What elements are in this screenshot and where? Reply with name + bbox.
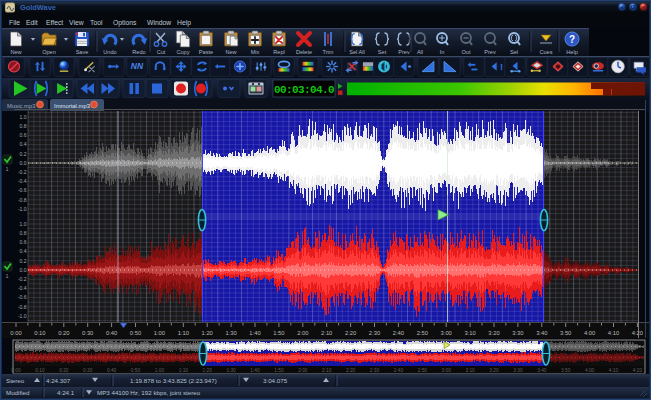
svg-text:1.0: 1.0	[20, 221, 27, 227]
svg-text:1:10: 1:10	[179, 368, 189, 373]
svg-text:-0.4: -0.4	[18, 285, 27, 291]
svg-text:0:50: 0:50	[130, 330, 141, 336]
svg-text:2:00: 2:00	[298, 368, 308, 373]
svg-text:0:10: 0:10	[35, 368, 45, 373]
svg-text:Open: Open	[42, 49, 56, 55]
svg-text:Out: Out	[461, 49, 470, 55]
svg-text:0:20: 0:20	[59, 368, 69, 373]
svg-text:2:50: 2:50	[418, 368, 428, 373]
svg-text:2:30: 2:30	[370, 368, 380, 373]
svg-text:Set: Set	[378, 49, 387, 55]
svg-text:-1.0: -1.0	[18, 313, 27, 319]
svg-text:Repl: Repl	[273, 49, 285, 55]
svg-text:1:40: 1:40	[250, 368, 260, 373]
svg-text:0:00: 0:00	[10, 330, 21, 336]
svg-text:Stereo: Stereo	[6, 377, 25, 384]
svg-text:In: In	[440, 49, 445, 55]
svg-text:4:20: 4:20	[633, 368, 643, 373]
svg-text:Copy: Copy	[176, 49, 189, 55]
svg-text:2:00: 2:00	[297, 330, 308, 336]
svg-text:3:50: 3:50	[560, 330, 571, 336]
svg-text:3:10: 3:10	[465, 368, 475, 373]
svg-text:3:00: 3:00	[442, 368, 452, 373]
svg-text:3:40: 3:40	[537, 368, 547, 373]
svg-text:Window: Window	[147, 19, 171, 26]
svg-text:All: All	[417, 49, 423, 55]
svg-text:4:10: 4:10	[608, 330, 619, 336]
svg-text:1:30: 1:30	[225, 330, 236, 336]
svg-text:Edit: Edit	[26, 19, 38, 26]
svg-text:2:10: 2:10	[322, 368, 332, 373]
svg-text:3:50: 3:50	[561, 368, 571, 373]
svg-text:1: 1	[5, 166, 8, 172]
svg-text:1:40: 1:40	[249, 330, 260, 336]
svg-text:-0.2: -0.2	[18, 169, 27, 175]
svg-text:GoldWave: GoldWave	[20, 3, 56, 12]
svg-text:0:30: 0:30	[82, 330, 93, 336]
svg-text:!: !	[500, 62, 503, 72]
svg-text:0.6: 0.6	[20, 132, 27, 138]
svg-text:0.4: 0.4	[20, 248, 27, 254]
svg-text:1:00: 1:00	[155, 368, 165, 373]
svg-text:0:30: 0:30	[83, 368, 93, 373]
svg-text:Prev: Prev	[484, 49, 496, 55]
svg-text:Trim: Trim	[323, 49, 334, 55]
svg-text:2:40: 2:40	[394, 368, 404, 373]
svg-text:-0.6: -0.6	[18, 187, 27, 193]
svg-text:Effect: Effect	[46, 19, 63, 26]
svg-text:Tool: Tool	[90, 19, 103, 26]
svg-text:Options: Options	[113, 19, 137, 27]
svg-text:1:30: 1:30	[226, 368, 236, 373]
svg-text:1:50: 1:50	[273, 330, 284, 336]
svg-text:4:00: 4:00	[584, 330, 595, 336]
svg-text:0:50: 0:50	[131, 368, 141, 373]
svg-text:0.8: 0.8	[20, 230, 27, 236]
svg-text:4:24.307: 4:24.307	[46, 377, 71, 384]
svg-text:1: 1	[5, 273, 8, 279]
svg-text:2:20: 2:20	[345, 330, 356, 336]
svg-text:1:50: 1:50	[274, 368, 284, 373]
svg-text:1:10: 1:10	[178, 330, 189, 336]
svg-text:0.0: 0.0	[20, 160, 27, 166]
svg-text:-0.4: -0.4	[18, 178, 27, 184]
svg-text:Redo: Redo	[132, 49, 145, 55]
svg-text:3:00: 3:00	[441, 330, 452, 336]
svg-text:Save: Save	[76, 49, 89, 55]
svg-text:4:24.1: 4:24.1	[57, 389, 75, 396]
svg-text:Modified: Modified	[6, 389, 30, 396]
svg-text:0:40: 0:40	[106, 330, 117, 336]
svg-text:Prev: Prev	[398, 49, 410, 55]
svg-text:0.2: 0.2	[20, 258, 27, 264]
svg-text:Music.mp3: Music.mp3	[7, 103, 36, 109]
svg-text:1.0: 1.0	[20, 114, 27, 120]
svg-text:Mix: Mix	[251, 49, 260, 55]
svg-text:0:10: 0:10	[34, 330, 45, 336]
svg-text:4:20: 4:20	[632, 330, 643, 336]
svg-text:1:20: 1:20	[202, 330, 213, 336]
svg-text:-0.2: -0.2	[18, 276, 27, 282]
svg-text:4:10: 4:10	[609, 368, 619, 373]
svg-text:MP3 44100 Hz, 192 kbps, joint: MP3 44100 Hz, 192 kbps, joint stereo	[97, 389, 201, 396]
svg-text:Sel All: Sel All	[349, 49, 365, 55]
svg-text:0:20: 0:20	[58, 330, 69, 336]
svg-text:New: New	[10, 49, 22, 55]
svg-text:2:50: 2:50	[417, 330, 428, 336]
svg-text:0.0: 0.0	[20, 267, 27, 273]
svg-text:Immortal.mp3: Immortal.mp3	[54, 103, 91, 109]
svg-text:File: File	[9, 19, 20, 26]
svg-text:Cut: Cut	[157, 49, 166, 55]
svg-text:Delete: Delete	[296, 49, 312, 55]
svg-text:Paste: Paste	[199, 49, 213, 55]
svg-text:00:03:04.0: 00:03:04.0	[274, 84, 334, 96]
svg-text:2:30: 2:30	[369, 330, 380, 336]
svg-text:1:20: 1:20	[203, 368, 213, 373]
svg-text:0.8: 0.8	[20, 123, 27, 129]
svg-text:0.2: 0.2	[20, 151, 27, 157]
svg-text:NN: NN	[131, 61, 144, 71]
svg-text:Cues: Cues	[539, 49, 552, 55]
svg-text:0:40: 0:40	[107, 368, 117, 373]
svg-text:-0.8: -0.8	[18, 304, 27, 310]
svg-text:?: ?	[569, 34, 575, 45]
svg-text:3:30: 3:30	[512, 330, 523, 336]
svg-text:3:10: 3:10	[464, 330, 475, 336]
